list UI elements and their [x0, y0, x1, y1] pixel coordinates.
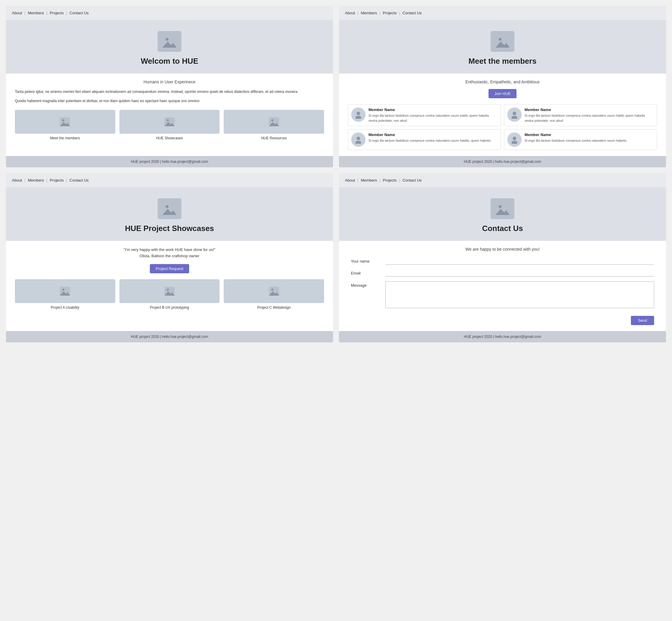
member-desc-1: Si ergo illa tantum fastidium compesce c…: [368, 113, 498, 123]
join-hue-button[interactable]: Join HUE: [488, 89, 517, 98]
name-input[interactable]: [386, 257, 654, 265]
member-info-4: Member Name Si ergo illa tantum fastidiu…: [524, 132, 626, 143]
hero-members-image: [490, 31, 514, 52]
nav-projects-2[interactable]: Projects: [383, 11, 397, 15]
nav-about-4[interactable]: About: [345, 178, 355, 182]
nav-members-2[interactable]: Members: [361, 11, 377, 15]
welcome-cards: Meet the members HUE Showcases HUE Resou…: [15, 110, 324, 140]
project-card-c[interactable]: Project C Webdesign: [224, 279, 324, 309]
members-grid: Member Name Si ergo illa tantum fastidiu…: [348, 104, 657, 150]
send-button[interactable]: Send: [631, 316, 654, 325]
welcome-text1: Tanta petere igitur, ne sineres memini f…: [15, 89, 324, 95]
footer-contact: HUE project 2020 | hello.hue.project@gma…: [339, 331, 666, 342]
card-showcases-label: HUE Showcases: [156, 136, 183, 140]
nav-members-3[interactable]: Members: [28, 178, 44, 182]
nav-contact-3[interactable]: Contact Us: [69, 178, 88, 182]
member-desc-2: Si ergo illa tantum fastidium compesce c…: [524, 113, 654, 123]
project-card-a[interactable]: Project A Usability: [15, 279, 115, 309]
showcases-title: HUE Project Showcases: [125, 224, 214, 233]
member-avatar-1: [351, 108, 365, 122]
hero-showcases: HUE Project Showcases: [6, 187, 333, 241]
email-label: Email: [351, 271, 381, 275]
nav-projects-4[interactable]: Projects: [383, 178, 397, 182]
nav-contact-4[interactable]: Contact Us: [402, 178, 422, 182]
nav-sep-3: |: [66, 11, 67, 15]
message-label: Message: [351, 281, 381, 288]
form-message-row: Message: [351, 281, 654, 308]
hero-contact: Contact Us: [339, 187, 666, 241]
form-name-row: Your name: [351, 257, 654, 265]
quote-line2: Olivia, Balloon the craftshop owner: [15, 253, 324, 259]
nav-contact-2[interactable]: Contact Us: [402, 11, 422, 15]
member-card-4: Member Name Si ergo illa tantum fastidiu…: [504, 129, 657, 150]
nav-contact[interactable]: Contact Us: [69, 11, 88, 15]
hero-members: Meet the members: [339, 20, 666, 74]
panel-contact: About | Members | Projects | Contact Us …: [339, 173, 666, 342]
name-label: Your name: [351, 259, 381, 263]
project-a-image: [15, 279, 115, 303]
card-showcases-image: [119, 110, 220, 134]
member-info-2: Member Name Si ergo illa tantum fastidiu…: [524, 108, 654, 123]
nav-welcome: About | Members | Projects | Contact Us: [6, 6, 333, 20]
project-c-image: [224, 279, 324, 303]
nav-members-4[interactable]: Members: [361, 178, 377, 182]
members-title: Meet the members: [469, 56, 537, 66]
welcome-subtitle: Humans in User Experinece: [15, 80, 324, 84]
welcome-content: Humans in User Experinece Tanta petere i…: [6, 74, 333, 156]
nav-contact-panel: About | Members | Projects | Contact Us: [339, 173, 666, 187]
nav-sep-2: |: [46, 11, 47, 15]
nav-projects[interactable]: Projects: [50, 11, 64, 15]
project-card-b[interactable]: Project B UX prototyping: [119, 279, 220, 309]
member-info-3: Member Name Si ergo illa tantum fastidiu…: [368, 132, 490, 143]
nav-members[interactable]: Members: [28, 11, 44, 15]
form-email-row: Email: [351, 270, 654, 277]
panel-welcome: About | Members | Projects | Contact Us …: [6, 6, 333, 167]
members-subtitle: Enthusiastic, Empathetic, and Ambitious: [465, 80, 540, 84]
panel-showcases: About | Members | Projects | Contact Us …: [6, 173, 333, 342]
nav-about-2[interactable]: About: [345, 11, 355, 15]
card-resources-label: HUE Resources: [261, 136, 287, 140]
member-card-1: Member Name Si ergo illa tantum fastidiu…: [348, 104, 501, 126]
hero-contact-image: [490, 198, 514, 219]
nav-about-3[interactable]: About: [12, 178, 22, 182]
member-name-1: Member Name: [368, 108, 498, 112]
card-members-image: [15, 110, 115, 134]
hero-showcases-image: [158, 198, 182, 219]
member-avatar-4: [507, 132, 522, 147]
project-c-label: Project C Webdesign: [257, 305, 291, 309]
member-desc-3: Si ergo illa tantum fastidium compesce c…: [368, 138, 490, 143]
email-input[interactable]: [386, 270, 654, 277]
nav-members-panel: About | Members | Projects | Contact Us: [339, 6, 666, 20]
card-members-label: Meet the members: [50, 136, 80, 140]
member-info-1: Member Name Si ergo illa tantum fastidiu…: [368, 108, 498, 123]
footer-welcome: HUE project 2020 | hello.hue.project@gma…: [6, 156, 333, 167]
nav-about[interactable]: About: [12, 11, 22, 15]
footer-showcases: HUE project 2020 | hello.hue.project@gma…: [6, 331, 333, 342]
member-name-2: Member Name: [524, 108, 654, 112]
members-content: Enthusiastic, Empathetic, and Ambitious …: [339, 74, 666, 156]
projects-cards: Project A Usability Project B UX prototy…: [15, 279, 324, 309]
hero-welcome: Welcom to HUE: [6, 20, 333, 74]
welcome-text2: Quodsi haberent magnalia inter potentiam…: [15, 98, 324, 104]
card-members[interactable]: Meet the members: [15, 110, 115, 140]
member-desc-4: Si ergo illa tantum fastidium compesce c…: [524, 138, 626, 143]
card-showcases[interactable]: HUE Showcases: [119, 110, 220, 140]
showcases-content: "I'm very happy with the work HUE have d…: [6, 241, 333, 331]
project-b-label: Project B UX prototyping: [150, 305, 189, 309]
member-avatar-2: [507, 108, 522, 122]
nav-projects-3[interactable]: Projects: [50, 178, 64, 182]
contact-title: Contact Us: [482, 224, 523, 233]
welcome-title: Welcom to HUE: [141, 56, 198, 66]
hero-image-icon: [158, 31, 182, 52]
showcase-quote: "I'm very happy with the work HUE have d…: [15, 247, 324, 259]
project-request-button[interactable]: Project Request: [150, 264, 190, 273]
member-name-4: Member Name: [524, 132, 626, 137]
member-avatar-3: [351, 132, 365, 147]
contact-subtitle: We are happy to be connected with you!: [351, 247, 654, 252]
project-b-image: [119, 279, 220, 303]
nav-showcases: About | Members | Projects | Contact Us: [6, 173, 333, 187]
card-resources[interactable]: HUE Resources: [224, 110, 324, 140]
message-textarea[interactable]: [386, 281, 654, 308]
quote-line1: "I'm very happy with the work HUE have d…: [15, 247, 324, 253]
member-card-2: Member Name Si ergo illa tantum fastidiu…: [504, 104, 657, 126]
